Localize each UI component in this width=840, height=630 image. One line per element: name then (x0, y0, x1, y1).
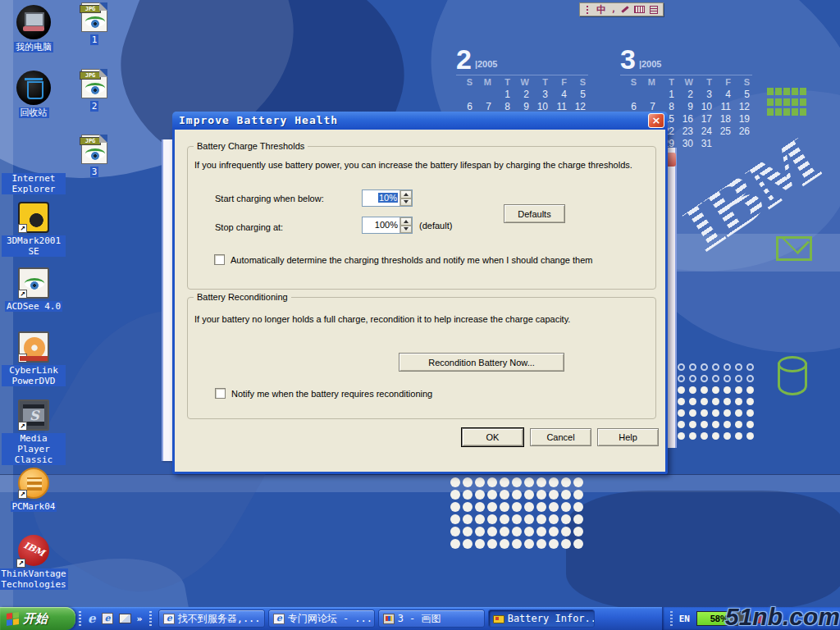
dot-pattern (450, 514, 460, 524)
calendar-header: 3|2005 (620, 45, 761, 71)
ok-button[interactable]: OK (462, 428, 523, 446)
ime-language-bar[interactable]: 中 , (579, 2, 664, 16)
desktop-icon-jpg2[interactable]: JPG2 (66, 69, 123, 112)
dot-pattern (487, 502, 497, 512)
dot-pattern (712, 375, 719, 382)
desktop-icon-acdsee[interactable]: ↗ACDSee 4.0 (2, 267, 66, 312)
battery-meter[interactable]: 58% (696, 611, 751, 626)
default-suffix-label: (default) (419, 221, 452, 231)
background-window-edge (668, 148, 677, 448)
dot-pattern (475, 539, 485, 549)
calendar-day-cell: 25 (714, 126, 733, 138)
notify-reconditioning-checkbox[interactable] (215, 388, 226, 399)
spin-up-icon[interactable] (400, 190, 412, 199)
dot-pattern (536, 539, 546, 549)
help-button[interactable]: Help (597, 428, 659, 446)
desktop-icon-jpg3[interactable]: JPG3 (66, 135, 123, 177)
desktop-icon-thinkvantage[interactable]: ↗ThinkVantage Technologies (2, 535, 66, 590)
cylinder-decor-icon (778, 363, 807, 395)
desktop: IBM 2|2005SMTWTFS12345678910111213141516… (0, 0, 840, 630)
quicklaunch-overflow-chevron[interactable]: » (137, 614, 143, 624)
tray-app-icon[interactable] (757, 614, 765, 623)
powerdvd-icon: ↗ (18, 331, 49, 363)
dot-pattern (561, 514, 571, 524)
spin-down-icon[interactable] (400, 226, 412, 234)
dot-pattern (689, 398, 696, 405)
calendar-day-header: M (475, 75, 494, 89)
desktop-icon-pcmark[interactable]: ↗PCMark04 (2, 468, 66, 512)
desktop-icon-mpc[interactable]: ↗Media Player Classic (2, 399, 66, 465)
ime-punctuation-icon[interactable]: , (611, 6, 616, 14)
taskbar-grip[interactable] (79, 611, 81, 626)
calendar-month-number: 3 (620, 47, 636, 71)
taskbar-button-label: Battery Infor... (508, 613, 595, 624)
start-charging-value[interactable]: 10% (363, 190, 399, 206)
close-icon[interactable]: × (648, 113, 664, 128)
battery-charge-thresholds-group: Battery Charge Thresholds If you infrequ… (187, 146, 656, 290)
ime-keyboard-icon[interactable] (634, 6, 645, 13)
language-indicator[interactable]: EN (679, 614, 690, 624)
taskbar-button-2[interactable]: 专门网论坛 - ... (268, 609, 375, 628)
desktop-icon-my-computer[interactable]: 我的电脑 (2, 5, 66, 52)
stop-charging-spinner[interactable]: 100% (362, 217, 413, 234)
defaults-button[interactable]: Defaults (504, 204, 565, 223)
taskbar-button-1[interactable]: 找不到服务器,... (158, 609, 265, 628)
dot-pattern (475, 490, 485, 500)
spin-up-icon[interactable] (400, 217, 412, 226)
improve-battery-health-dialog: Improve Battery Health × Battery Charge … (172, 130, 668, 474)
stop-charging-value[interactable]: 100% (363, 217, 399, 233)
dot-pattern (512, 539, 522, 549)
desktop-icon-recycle[interactable]: 回收站 (2, 71, 66, 118)
ime-chinese-mode-icon[interactable]: 中 (596, 5, 606, 15)
start-button[interactable]: 开始 (0, 607, 75, 630)
taskbar-button-3[interactable]: 3 - 画图 (378, 609, 485, 628)
jpg2-icon: JPG (81, 69, 107, 98)
dot-pattern (746, 363, 754, 371)
my-computer-icon (16, 5, 51, 39)
calendar-day-cell: 30 (677, 138, 696, 150)
dot-pattern (512, 527, 522, 536)
dot-pattern (689, 421, 696, 428)
ie-quicklaunch-icon[interactable]: e (88, 613, 96, 625)
taskbar-button-4[interactable]: Battery Infor... (488, 609, 595, 628)
recondition-battery-button[interactable]: Recondition Battery Now... (399, 353, 564, 372)
taskbar-button-label: 找不到服务器,... (178, 612, 261, 626)
calendar-day-header: S (456, 75, 475, 89)
dot-pattern (746, 409, 754, 417)
taskbar-grip[interactable] (149, 611, 152, 626)
calendar-day-header: W (513, 75, 532, 89)
dot-pattern (735, 386, 742, 394)
auto-determine-label: Automatically determine the charging thr… (231, 255, 645, 265)
desktop-icon-jpg1[interactable]: JPG1 (66, 2, 123, 45)
show-desktop-icon[interactable] (119, 614, 131, 623)
calendar-day-cell (456, 89, 475, 101)
ime-grip[interactable] (587, 5, 588, 14)
icon-label: ThinkVantage Technologies (0, 568, 68, 590)
dot-pattern (536, 527, 546, 536)
calendar-day-header: W (677, 75, 696, 89)
dot-pattern (573, 490, 583, 500)
ime-pen-icon[interactable] (621, 6, 629, 13)
spin-down-icon[interactable] (400, 199, 412, 207)
dot-pattern (689, 409, 696, 417)
desktop-icon-ie[interactable]: Internet Explorer (2, 135, 66, 194)
icon-label: PCMark04 (11, 501, 57, 512)
dot-pattern (689, 363, 696, 371)
browser-shortcut-icon[interactable] (102, 613, 113, 624)
ime-menu-icon[interactable] (650, 6, 658, 14)
start-charging-spinner[interactable]: 10% (362, 189, 413, 207)
auto-determine-checkbox[interactable] (214, 254, 225, 265)
desktop-icon-powerdvd[interactable]: ↗CyberLink PowerDVD (2, 331, 66, 386)
battery-icon (493, 614, 504, 624)
calendar-day-cell: 23 (677, 126, 696, 138)
desktop-icon-3dmark[interactable]: ↗3DMark2001 SE (2, 202, 66, 257)
wallpaper-shape (666, 234, 840, 272)
dot-pattern (450, 527, 460, 536)
calendar-day-cell: 3 (696, 89, 714, 101)
calendar-day-cell (733, 138, 752, 150)
dot-pattern (573, 514, 583, 524)
dot-pattern (463, 514, 472, 524)
dot-pattern (724, 432, 731, 440)
cancel-button[interactable]: Cancel (530, 428, 591, 446)
dot-pattern (712, 409, 719, 417)
